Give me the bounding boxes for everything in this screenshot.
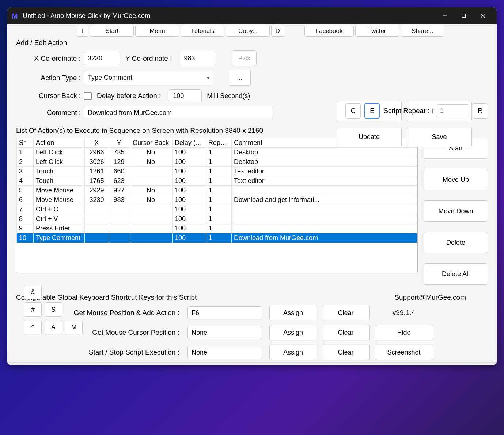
cell-y <box>109 214 129 224</box>
c-button[interactable]: C <box>345 103 361 119</box>
support-email: Support@MurGee.com <box>394 293 488 301</box>
toolbar-facebook-button[interactable]: Facebook <box>304 26 354 37</box>
amp-button[interactable]: & <box>24 285 42 299</box>
cell-repeat: 1 <box>206 148 232 157</box>
table-row[interactable]: 2Left Click3026129No1001Desktop <box>17 157 417 167</box>
table-row[interactable]: 3Touch12616601001Text editor <box>17 167 417 176</box>
cell-delay: 100 <box>173 148 206 157</box>
cell-comment: Text editor <box>232 167 417 176</box>
update-button[interactable]: Update <box>337 127 402 147</box>
toolbar-t-button[interactable]: T <box>77 26 88 37</box>
shortcut-input-2[interactable] <box>187 346 262 359</box>
move-down-button[interactable]: Move Down <box>424 200 488 222</box>
header-x[interactable]: X <box>85 138 109 148</box>
table-row[interactable]: 6Move Mouse3230983No1001Download and get… <box>17 195 417 205</box>
script-repeat-input[interactable] <box>436 104 469 117</box>
toolbar-d-button[interactable]: D <box>271 26 284 37</box>
cell-cb <box>129 214 173 224</box>
header-delay[interactable]: Delay (ms) <box>173 138 206 148</box>
table-row[interactable]: 9Press Enter1001 <box>17 224 417 233</box>
cell-action: Ctrl + C <box>34 205 85 214</box>
table-row[interactable]: 10Type Comment1001Download from MurGee.c… <box>17 233 417 243</box>
delay-input[interactable] <box>169 89 202 102</box>
header-sr[interactable]: Sr <box>17 138 34 148</box>
hide-button[interactable]: Hide <box>375 325 433 340</box>
cell-action: Press Enter <box>34 224 85 233</box>
cell-sr: 2 <box>17 157 34 167</box>
assign-button-1[interactable]: Assign <box>269 325 317 340</box>
hash-button[interactable]: # <box>24 302 42 317</box>
cell-delay: 100 <box>173 233 206 243</box>
clear-button-0[interactable]: Clear <box>322 305 370 320</box>
toolbar-tutorials-button[interactable]: Tutorials <box>181 26 224 37</box>
cell-comment: Desktop <box>232 148 417 157</box>
header-y[interactable]: Y <box>109 138 129 148</box>
toolbar-start-button[interactable]: Start <box>90 26 134 37</box>
assign-button-0[interactable]: Assign <box>269 305 317 320</box>
y-label: Y Co-ordinate : <box>125 55 175 63</box>
ellipsis-button[interactable]: ... <box>229 70 251 86</box>
cell-x: 1261 <box>85 167 109 176</box>
toolbar-menu-button[interactable]: Menu <box>135 26 179 37</box>
delete-all-button[interactable]: Delete All <box>424 263 488 285</box>
window-title: Untitled - Auto Mouse Click by MurGee.co… <box>23 12 435 20</box>
cell-sr: 8 <box>17 214 34 224</box>
header-cursor-back[interactable]: Cursor Back <box>129 138 173 148</box>
cell-comment: Download from MurGee.com <box>232 233 417 243</box>
toolbar-copy-button[interactable]: Copy... <box>226 26 270 37</box>
table-row[interactable]: 7Ctrl + C1001 <box>17 205 417 214</box>
clear-button-2[interactable]: Clear <box>322 345 370 360</box>
toolbar-twitter-button[interactable]: Twitter <box>355 26 399 37</box>
table-row[interactable]: 4Touch17656231001Text editor <box>17 176 417 186</box>
caret-button[interactable]: ^ <box>24 320 42 334</box>
minimize-button[interactable] <box>435 7 454 24</box>
table-row[interactable]: 5Move Mouse2929927No1001 <box>17 186 417 195</box>
cell-y: 927 <box>109 186 129 195</box>
cell-action: Left Click <box>34 148 85 157</box>
s-button[interactable]: S <box>45 302 62 317</box>
toolbar-share-button[interactable]: Share... <box>401 26 444 37</box>
cell-sr: 6 <box>17 195 34 205</box>
header-action[interactable]: Action <box>34 138 85 148</box>
assign-button-2[interactable]: Assign <box>269 345 317 360</box>
x-input[interactable] <box>84 52 120 65</box>
titlebar[interactable]: M Untitled - Auto Mouse Click by MurGee.… <box>7 7 497 24</box>
cell-sr: 3 <box>17 167 34 176</box>
cell-y <box>109 233 129 243</box>
delete-button[interactable]: Delete <box>424 232 488 253</box>
cell-y: 983 <box>109 195 129 205</box>
clear-button-1[interactable]: Clear <box>322 325 370 340</box>
cell-x: 2966 <box>85 148 109 157</box>
m-button[interactable]: M <box>65 320 83 334</box>
header-repeat[interactable]: Repeat <box>206 138 232 148</box>
r-button[interactable]: R <box>473 103 488 119</box>
shortcut-label: Start / Stop Script Execution : <box>16 348 182 356</box>
move-up-button[interactable]: Move Up <box>424 169 488 190</box>
cell-y <box>109 205 129 214</box>
screenshot-button[interactable]: Screenshot <box>375 345 433 360</box>
cursor-back-checkbox[interactable] <box>84 92 92 100</box>
pick-button[interactable]: Pick <box>232 50 257 66</box>
cell-delay: 100 <box>173 205 206 214</box>
comment-input[interactable] <box>84 106 273 119</box>
version-text: v99.1.4 <box>375 309 433 317</box>
y-input[interactable] <box>180 52 216 65</box>
close-button[interactable] <box>473 7 492 24</box>
e-button[interactable]: E <box>364 103 380 119</box>
script-repeat-label: Script Repeat : <box>383 107 432 115</box>
delay-label: Delay before Action : <box>97 92 164 100</box>
cell-delay: 100 <box>173 186 206 195</box>
actions-table[interactable]: Sr Action X Y Cursor Back Delay (ms) Rep… <box>16 138 418 273</box>
cell-action: Left Click <box>34 157 85 167</box>
cell-repeat: 1 <box>206 157 232 167</box>
shortcut-input-0[interactable] <box>187 306 262 319</box>
cell-repeat: 1 <box>206 214 232 224</box>
save-button[interactable]: Save <box>407 127 472 147</box>
table-row[interactable]: 1Left Click2966735No1001Desktop <box>17 148 417 157</box>
action-type-select[interactable]: Type Comment ▾ <box>84 71 213 85</box>
a-button[interactable]: A <box>45 320 62 334</box>
shortcut-input-1[interactable] <box>187 326 262 339</box>
table-row[interactable]: 8Ctrl + V1001 <box>17 214 417 224</box>
resize-grip-icon[interactable]: ◢ <box>489 365 494 365</box>
maximize-button[interactable] <box>454 7 473 24</box>
